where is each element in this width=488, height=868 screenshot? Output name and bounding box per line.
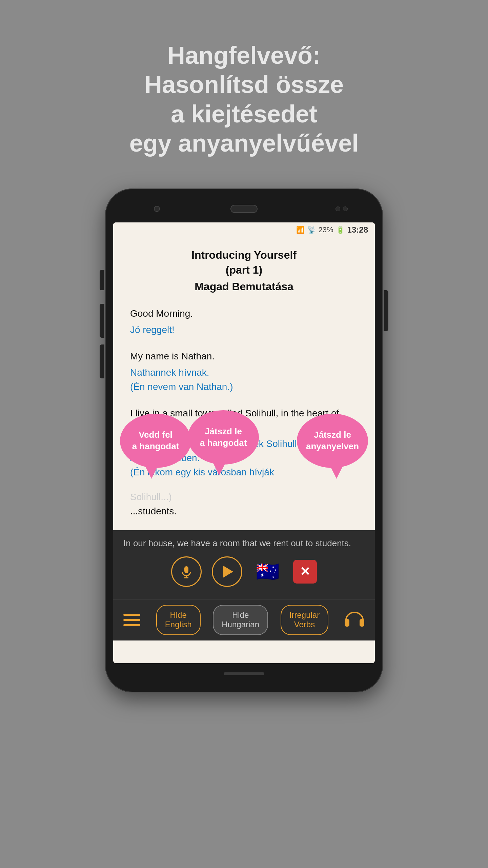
svg-rect-3 [345,619,349,627]
volume-up-button [100,304,104,338]
play-triangle-icon [223,566,233,578]
header-section: Hangfelvevő: Hasonlítsd össze a kiejtése… [75,0,413,168]
lesson-content: Introducing Yourself (part 1) Magad Bemu… [113,237,375,531]
silent-button [100,270,104,290]
english-2: My name is Nathan. [130,349,358,363]
phone-screen: 📶 📡 23% 🔋 13:28 Introducing Yourself (pa… [113,222,375,663]
mic-icon [180,565,193,578]
current-sentence: In our house, we have a room that we ren… [123,537,365,549]
menu-button[interactable] [120,608,144,632]
lesson-subtitle: Magad Bemutatása [130,280,358,293]
play-button[interactable] [212,556,242,587]
home-bar [224,672,264,675]
navigation-bar: HideEnglish HideHungarian IrregularVerbs [113,599,375,641]
english-3: I live in a small town called Solihull, … [130,406,358,435]
earpiece-speaker [230,205,258,213]
dialog-block-1: Good Morning. Jó reggelt! [130,307,358,337]
volume-down-button [100,344,104,378]
hamburger-icon [123,619,140,621]
headphone-icon [343,610,366,630]
hide-english-button[interactable]: HideEnglish [156,605,201,635]
front-camera [154,206,160,212]
controls-row: 🇦🇺 ✕ [123,556,365,587]
hide-hungarian-button[interactable]: HideHungarian [213,605,268,635]
wifi-icon: 📶 [296,226,305,234]
sensor-area [336,206,348,211]
phone-top-bar [113,202,375,216]
status-bar: 📶 📡 23% 🔋 13:28 [113,222,375,237]
signal-icon: 📡 [307,226,316,234]
phone-bottom-bar [113,669,375,679]
native-speaker-flag[interactable]: 🇦🇺 [252,556,283,587]
bottom-panel: In our house, we have a room that we ren… [113,530,375,599]
english-1: Good Morning. [130,307,358,321]
dialog-block-2: My name is Nathan. Nathannek hívnak.(Én … [130,349,358,394]
hamburger-icon [123,624,140,626]
power-button [384,290,388,331]
students-text: ...students. [130,506,358,517]
phone-device: 📶 📡 23% 🔋 13:28 Introducing Yourself (pa… [105,189,383,692]
x-icon: ✕ [300,565,310,579]
hamburger-icon [123,614,140,616]
dialog-block-3: I live in a small town called Solihull, … [130,406,358,479]
battery-icon: 🔋 [336,226,345,234]
record-button[interactable] [171,556,202,587]
hungarian-2: Nathannek hívnak.(Én nevem van Nathan.) [130,366,358,394]
svg-rect-0 [184,566,188,573]
lesson-title: Introducing Yourself (part 1) [130,248,358,278]
svg-rect-4 [360,619,364,627]
hungarian-3: Egy kisvárosban lakom, aminek Solihull a… [130,437,358,479]
irregular-verbs-button[interactable]: IrregularVerbs [281,605,328,635]
hungarian-1: Jó reggelt! [130,323,358,337]
battery-indicator: 23% [319,225,333,234]
clock: 13:28 [347,225,368,235]
header-text: Hangfelvevő: Hasonlítsd össze a kiejtése… [102,41,386,158]
delete-button[interactable]: ✕ [293,560,317,584]
headphone-button[interactable] [341,608,368,632]
partial-text: Solihull...) [130,492,358,502]
